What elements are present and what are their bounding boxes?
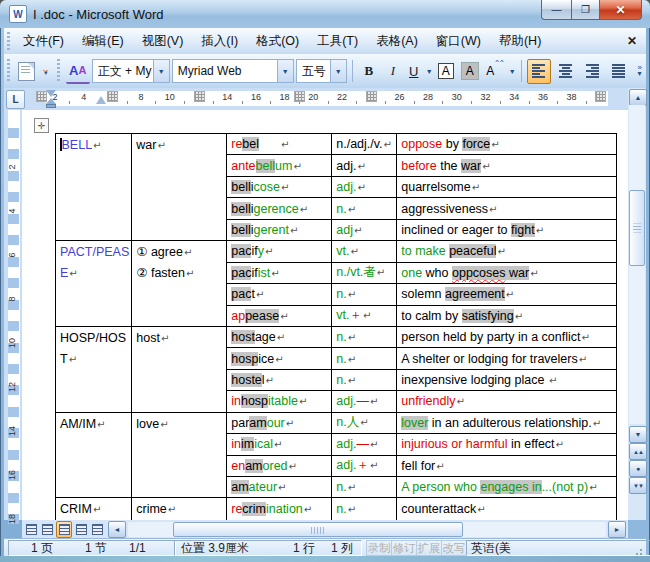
normal-view-button[interactable]: [24, 522, 38, 537]
definition-cell[interactable]: person held by party in a conflict↵: [397, 326, 617, 347]
character-border-button[interactable]: A: [435, 59, 457, 83]
word-cell[interactable]: appease↵: [227, 305, 332, 326]
word-cell[interactable]: paramour↵: [227, 412, 332, 433]
resize-grip[interactable]: [635, 546, 645, 556]
menu-grip-handle[interactable]: [7, 32, 10, 50]
root-cell[interactable]: CRIM↵: [56, 498, 132, 520]
italic-button[interactable]: I: [382, 59, 404, 83]
definition-cell[interactable]: one who oppcoses war↵: [397, 262, 617, 283]
document-page[interactable]: ✛ BELL↵war↵rebel ↵n./adj./v.↵oppose by f…: [22, 110, 628, 520]
style-combo[interactable]: 正文 + My ▼: [92, 59, 170, 83]
pos-cell[interactable]: n.↵: [332, 198, 397, 219]
bold-button[interactable]: B: [358, 59, 380, 83]
horizontal-scroll-track[interactable]: [128, 522, 606, 537]
vertical-scrollbar[interactable]: ▲ ▼ ▲▲ ● ▼▼: [628, 88, 646, 520]
definition-cell[interactable]: counterattack↵: [397, 498, 617, 520]
outline-view-button[interactable]: [74, 522, 88, 537]
row-boundary-marker[interactable]: [8, 192, 19, 202]
pos-cell[interactable]: n.↵: [332, 369, 397, 390]
first-line-indent-marker[interactable]: [46, 90, 56, 97]
definition-cell[interactable]: fell for↵: [397, 455, 617, 476]
definition-cell[interactable]: inexpensive lodging place ↵: [397, 369, 617, 390]
size-combo[interactable]: 五号 ▼: [296, 59, 347, 83]
style-dropdown-icon[interactable]: ▼: [153, 60, 169, 82]
root-cell[interactable]: HOSP/HOST↵: [56, 326, 132, 412]
close-button[interactable]: ✕: [600, 0, 642, 20]
format-toolbar-grip-handle[interactable]: [57, 59, 60, 83]
root-cell[interactable]: PACT/PEASE↵: [56, 241, 132, 327]
pos-cell[interactable]: n./adj./v.↵: [332, 134, 397, 155]
word-cell[interactable]: enamored↵: [227, 455, 332, 476]
pos-cell[interactable]: n.↵: [332, 498, 397, 520]
row-boundary-marker[interactable]: [8, 493, 19, 503]
definition-cell[interactable]: injurious or harmful in effect↵: [397, 434, 617, 455]
document-close-icon[interactable]: ✕: [627, 34, 637, 48]
next-page-button[interactable]: ▼▼: [629, 477, 647, 494]
vertical-scroll-thumb[interactable]: [629, 190, 645, 266]
row-boundary-marker[interactable]: [8, 149, 19, 159]
definition-cell[interactable]: solemn agreement↵: [397, 284, 617, 305]
row-boundary-marker[interactable]: [8, 235, 19, 245]
word-cell[interactable]: amateur↵: [227, 477, 332, 498]
word-cell[interactable]: hospice↵: [227, 348, 332, 369]
left-indent-marker[interactable]: [46, 104, 56, 108]
horizontal-ruler[interactable]: L 24810141618202226283032343638: [4, 88, 628, 110]
mode-button-record-macro[interactable]: 录制: [366, 540, 392, 556]
maximize-button[interactable]: ❐: [571, 0, 600, 20]
font-combo[interactable]: Myriad Web ▼: [172, 59, 294, 83]
pos-cell[interactable]: n.↵: [332, 326, 397, 347]
pos-cell[interactable]: adj.＋↵: [332, 455, 397, 476]
previous-page-button[interactable]: ▲▲: [629, 443, 647, 460]
menu-item-tools[interactable]: 工具(T): [308, 29, 367, 54]
pos-cell[interactable]: vt.↵: [332, 241, 397, 262]
row-boundary-marker[interactable]: [8, 278, 19, 288]
new-document-button[interactable]: [16, 59, 38, 83]
minimize-button[interactable]: —: [541, 0, 571, 20]
word-cell[interactable]: recrimination↵: [227, 498, 332, 520]
scroll-left-button[interactable]: ◄: [108, 521, 126, 538]
word-cell[interactable]: pacifist↵: [227, 262, 332, 283]
row-boundary-marker[interactable]: [8, 321, 19, 331]
meaning-cell[interactable]: love↵: [132, 412, 227, 498]
mode-button-extend-selection[interactable]: 扩展: [416, 540, 442, 556]
definition-cell[interactable]: A person who engages in...(not p)↵: [397, 477, 617, 498]
underline-dropdown-icon[interactable]: ▼: [426, 68, 433, 75]
toolbar-more-button[interactable]: »▾: [633, 65, 646, 77]
horizontal-scroll-thumb[interactable]: [173, 522, 463, 537]
vertical-scroll-track[interactable]: [629, 105, 645, 424]
reading-view-button[interactable]: [90, 522, 104, 537]
meaning-cell[interactable]: war↵: [132, 134, 227, 241]
align-right-button[interactable]: [580, 59, 605, 84]
definition-cell[interactable]: oppose by force↵: [397, 134, 617, 155]
table-column-marker[interactable]: [294, 91, 305, 102]
vocabulary-table[interactable]: BELL↵war↵rebel ↵n./adj./v.↵oppose by for…: [55, 133, 617, 520]
pos-cell[interactable]: adj.↵: [332, 176, 397, 197]
pos-cell[interactable]: n.↵: [332, 477, 397, 498]
word-cell[interactable]: pact↵: [227, 284, 332, 305]
size-dropdown-icon[interactable]: ▼: [330, 60, 346, 82]
pos-cell[interactable]: adj.↵: [332, 155, 397, 176]
pos-cell[interactable]: n.人↵: [332, 412, 397, 433]
definition-cell[interactable]: unfriendly↵: [397, 391, 617, 412]
pos-cell[interactable]: n.↵: [332, 348, 397, 369]
definition-cell[interactable]: quarrelsome↵: [397, 176, 617, 197]
language-indicator[interactable]: 英语(美: [466, 540, 650, 556]
character-scale-button[interactable]: A: [483, 59, 505, 83]
scroll-right-button[interactable]: ►: [608, 521, 626, 538]
row-boundary-marker[interactable]: [8, 407, 19, 417]
styles-and-formatting-button[interactable]: AA: [66, 58, 90, 84]
vertical-ruler[interactable]: 24681012141618: [4, 110, 22, 520]
table-move-handle[interactable]: ✛: [34, 118, 49, 133]
menu-item-insert[interactable]: 插入(I): [192, 29, 247, 54]
row-boundary-marker[interactable]: [8, 128, 19, 138]
web-layout-view-button[interactable]: [40, 522, 54, 537]
pos-cell[interactable]: n.↵: [332, 284, 397, 305]
table-column-marker[interactable]: [36, 91, 47, 102]
menu-item-view[interactable]: 视图(V): [133, 29, 193, 54]
menu-item-format[interactable]: 格式(O): [247, 29, 308, 54]
meaning-cell[interactable]: ① agree↵② fasten↵: [132, 241, 227, 327]
pos-cell[interactable]: adj.—↵: [332, 391, 397, 412]
tab-selector-button[interactable]: L: [6, 90, 25, 109]
mode-button-track-changes[interactable]: 修订: [391, 540, 417, 556]
pos-cell[interactable]: vt.＋↵: [332, 305, 397, 326]
